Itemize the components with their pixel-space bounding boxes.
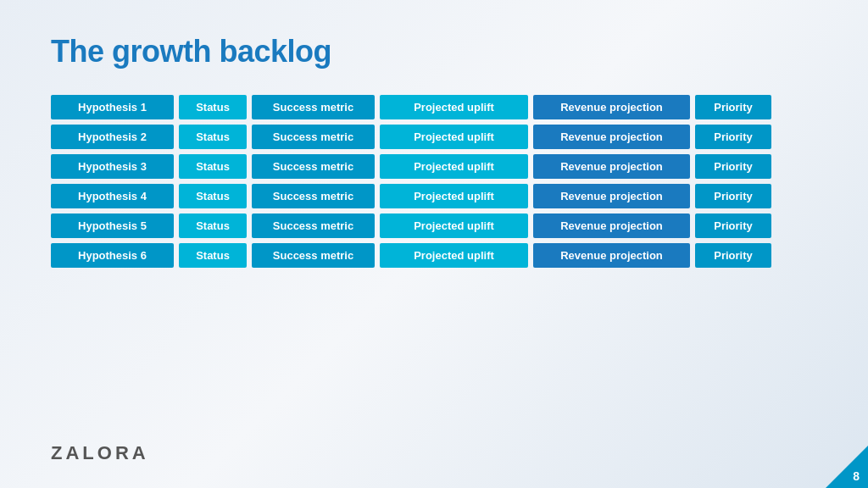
- revenue-projection-cell: Revenue projection: [533, 184, 690, 208]
- projected-uplift-cell: Projected uplift: [380, 243, 528, 268]
- priority-cell: Priority: [695, 214, 771, 238]
- table-row: Hypothesis 5StatusSuccess metricProjecte…: [51, 214, 817, 238]
- hypothesis-cell: Hypothesis 2: [51, 125, 174, 149]
- hypothesis-cell: Hypothesis 1: [51, 95, 174, 119]
- status-cell: Status: [179, 95, 247, 119]
- page-badge: 8: [826, 446, 868, 488]
- hypothesis-cell: Hypothesis 4: [51, 184, 174, 208]
- status-cell: Status: [179, 184, 247, 208]
- hypothesis-cell: Hypothesis 5: [51, 214, 174, 238]
- projected-uplift-cell: Projected uplift: [380, 154, 528, 179]
- hypothesis-cell: Hypothesis 6: [51, 243, 174, 268]
- priority-cell: Priority: [695, 154, 771, 179]
- hypothesis-cell: Hypothesis 3: [51, 154, 174, 179]
- revenue-projection-cell: Revenue projection: [533, 154, 690, 179]
- success-metric-cell: Success metric: [252, 243, 375, 268]
- table-row: Hypothesis 6StatusSuccess metricProjecte…: [51, 243, 817, 268]
- table-row: Hypothesis 3StatusSuccess metricProjecte…: [51, 154, 817, 179]
- table-row: Hypothesis 2StatusSuccess metricProjecte…: [51, 125, 817, 149]
- projected-uplift-cell: Projected uplift: [380, 95, 528, 119]
- backlog-table: Hypothesis 1StatusSuccess metricProjecte…: [51, 95, 817, 268]
- zalora-logo: ZALORA: [51, 442, 149, 464]
- success-metric-cell: Success metric: [252, 184, 375, 208]
- slide: The growth backlog Hypothesis 1StatusSuc…: [0, 0, 868, 488]
- priority-cell: Priority: [695, 184, 771, 208]
- priority-cell: Priority: [695, 243, 771, 268]
- page-number: 8: [853, 469, 860, 483]
- success-metric-cell: Success metric: [252, 125, 375, 149]
- revenue-projection-cell: Revenue projection: [533, 243, 690, 268]
- priority-cell: Priority: [695, 125, 771, 149]
- projected-uplift-cell: Projected uplift: [380, 184, 528, 208]
- revenue-projection-cell: Revenue projection: [533, 214, 690, 238]
- table-row: Hypothesis 1StatusSuccess metricProjecte…: [51, 95, 817, 119]
- status-cell: Status: [179, 154, 247, 179]
- priority-cell: Priority: [695, 95, 771, 119]
- revenue-projection-cell: Revenue projection: [533, 95, 690, 119]
- revenue-projection-cell: Revenue projection: [533, 125, 690, 149]
- projected-uplift-cell: Projected uplift: [380, 125, 528, 149]
- table-row: Hypothesis 4StatusSuccess metricProjecte…: [51, 184, 817, 208]
- projected-uplift-cell: Projected uplift: [380, 214, 528, 238]
- status-cell: Status: [179, 243, 247, 268]
- success-metric-cell: Success metric: [252, 95, 375, 119]
- status-cell: Status: [179, 214, 247, 238]
- success-metric-cell: Success metric: [252, 214, 375, 238]
- status-cell: Status: [179, 125, 247, 149]
- success-metric-cell: Success metric: [252, 154, 375, 179]
- page-title: The growth backlog: [51, 34, 817, 69]
